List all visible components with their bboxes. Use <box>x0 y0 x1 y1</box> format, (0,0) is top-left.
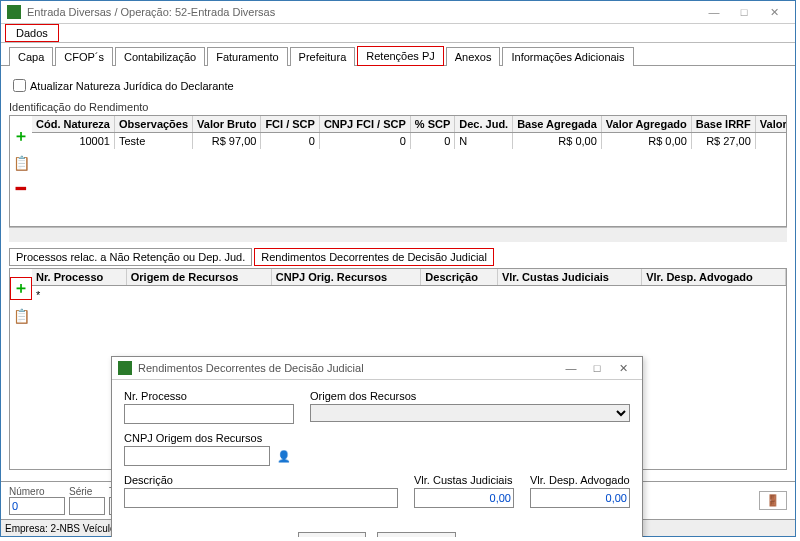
dialog-cancelar-label: Cancelar <box>401 536 445 538</box>
dialog-titlebar: Rendimentos Decorrentes de Decisão Judic… <box>112 357 642 380</box>
tab-prefeitura[interactable]: Prefeitura <box>290 47 356 66</box>
lbl-vlr-custas: Vlr. Custas Judiciais <box>414 474 514 486</box>
tab-contabilizacao[interactable]: Contabilização <box>115 47 205 66</box>
col-base-agregada[interactable]: Base Agregada <box>513 116 602 133</box>
col2-origem-recursos[interactable]: Origem de Recursos <box>126 269 271 286</box>
input-vlr-custas[interactable] <box>414 488 514 508</box>
dialog-maximize-button[interactable]: □ <box>584 362 610 374</box>
col2-vlr-desp-advogado[interactable]: Vlr. Desp. Advogado <box>642 269 786 286</box>
lbl-serie: Série <box>69 486 105 497</box>
dialog-close-button[interactable]: ✕ <box>610 362 636 375</box>
dialog-gravar-label: Gravar <box>322 536 356 538</box>
input-serie[interactable] <box>69 497 105 515</box>
cell-observacoes[interactable]: Teste <box>114 133 192 150</box>
grid1-table: Cód. Natureza Observações Valor Bruto FC… <box>32 116 786 149</box>
col2-nr-processo[interactable]: Nr. Processo <box>32 269 126 286</box>
input-vlr-desp-advogado[interactable] <box>530 488 630 508</box>
grid1-row[interactable]: 10001 Teste R$ 97,00 0 0 0 N R$ 0,00 R$ … <box>32 133 786 150</box>
grid1-add-button[interactable]: ＋ <box>13 126 29 147</box>
col-valor-bruto[interactable]: Valor Bruto <box>193 116 261 133</box>
select-origem-recursos[interactable] <box>310 404 630 422</box>
col-cnpj-fci-scp[interactable]: CNPJ FCI / SCP <box>319 116 410 133</box>
grid1-copy-button[interactable]: 📋 <box>13 155 30 171</box>
grid1-header-row: Cód. Natureza Observações Valor Bruto FC… <box>32 116 786 133</box>
lbl-origem-recursos: Origem dos Recursos <box>310 390 630 402</box>
cell-pct-scp[interactable]: 0 <box>410 133 454 150</box>
menu-dados[interactable]: Dados <box>5 24 59 42</box>
dialog-body: Nr. Processo Origem dos Recursos CNPJ Or… <box>112 380 642 526</box>
grid2-add-button[interactable]: ＋ <box>10 277 32 300</box>
input-descricao[interactable] <box>124 488 398 508</box>
tab-capa[interactable]: Capa <box>9 47 53 66</box>
close-button[interactable]: ✕ <box>759 6 789 19</box>
main-window: Entrada Diversas / Operação: 52-Entrada … <box>0 0 796 537</box>
dialog-cancelar-button[interactable]: ✖Cancelar <box>377 532 456 537</box>
client-area: Atualizar Natureza Jurídica do Declarant… <box>1 66 795 481</box>
grid2-side-buttons: ＋ 📋 <box>10 269 32 469</box>
subtab-strip: Processos relac. a Não Retenção ou Dep. … <box>9 248 787 266</box>
checkbox-row: Atualizar Natureza Jurídica do Declarant… <box>9 76 787 95</box>
check-icon: ✔ <box>309 535 318 537</box>
dialog-buttons: ✔Gravar ✖Cancelar <box>112 526 642 537</box>
tab-faturamento[interactable]: Faturamento <box>207 47 287 66</box>
lbl-nr-processo: Nr. Processo <box>124 390 294 402</box>
cell-base-agregada[interactable]: R$ 0,00 <box>513 133 602 150</box>
tab-cfops[interactable]: CFOP´s <box>55 47 113 66</box>
subtab-rendimentos-judicial[interactable]: Rendimentos Decorrentes de Decisão Judic… <box>254 248 494 266</box>
col-pct-scp[interactable]: % SCP <box>410 116 454 133</box>
col-fci-scp[interactable]: FCI / SCP <box>261 116 320 133</box>
col-cod-natureza[interactable]: Cód. Natureza <box>32 116 114 133</box>
minimize-button[interactable]: — <box>699 6 729 18</box>
lbl-cnpj-origem: CNPJ Origem dos Recursos <box>124 432 294 444</box>
input-nr-processo[interactable] <box>124 404 294 424</box>
col-dec-jud[interactable]: Dec. Jud. <box>455 116 513 133</box>
col2-cnpj-orig-recursos[interactable]: CNPJ Orig. Recursos <box>271 269 421 286</box>
cell-valor-bruto[interactable]: R$ 97,00 <box>193 133 261 150</box>
grid-identificacao-rendimento: ＋ 📋 ━ Cód. Natureza Observações Valor Br… <box>9 115 787 227</box>
chk-atualizar-natureza[interactable] <box>13 79 26 92</box>
tab-retencoes-pj[interactable]: Retenções PJ <box>357 46 443 66</box>
lbl-vlr-desp-advogado: Vlr. Desp. Advogado <box>530 474 630 486</box>
menubar: Dados <box>1 24 795 43</box>
lookup-cnpj-icon[interactable]: 👤 <box>274 446 294 466</box>
lbl-numero: Número <box>9 486 65 497</box>
grid1-hscroll[interactable] <box>9 227 787 242</box>
grid2-table: Nr. Processo Origem de Recursos CNPJ Ori… <box>32 269 786 304</box>
dialog-rendimentos-judicial: Rendimentos Decorrentes de Decisão Judic… <box>111 356 643 537</box>
cell-valor-irrf[interactable]: R$ . <box>755 133 786 150</box>
input-cnpj-origem[interactable] <box>124 446 270 466</box>
grid2-empty-row[interactable]: * <box>32 286 786 305</box>
col-valor-irrf[interactable]: Valor IRRF <box>755 116 786 133</box>
tab-informacoes-adicionais[interactable]: Informações Adicionais <box>502 47 633 66</box>
cell-dec-jud[interactable]: N <box>455 133 513 150</box>
titlebar: Entrada Diversas / Operação: 52-Entrada … <box>1 1 795 24</box>
tab-anexos[interactable]: Anexos <box>446 47 501 66</box>
col2-descricao[interactable]: Descrição <box>421 269 498 286</box>
cell-base-irrf[interactable]: R$ 27,00 <box>691 133 755 150</box>
x-icon: ✖ <box>388 535 397 537</box>
dialog-app-icon <box>118 361 132 375</box>
col-valor-agregado[interactable]: Valor Agregado <box>601 116 691 133</box>
cell-cnpj-fci-scp[interactable]: 0 <box>319 133 410 150</box>
subtab-processos[interactable]: Processos relac. a Não Retenção ou Dep. … <box>9 248 252 266</box>
exit-icon[interactable]: 🚪 <box>759 491 787 510</box>
lbl-descricao: Descrição <box>124 474 398 486</box>
col-base-irrf[interactable]: Base IRRF <box>691 116 755 133</box>
app-icon <box>7 5 21 19</box>
grid1-remove-button[interactable]: ━ <box>16 179 26 198</box>
input-numero[interactable] <box>9 497 65 515</box>
maximize-button[interactable]: □ <box>729 6 759 18</box>
dialog-minimize-button[interactable]: — <box>558 362 584 374</box>
col-observacoes[interactable]: Observações <box>114 116 192 133</box>
grid2-header-row: Nr. Processo Origem de Recursos CNPJ Ori… <box>32 269 786 286</box>
cell-valor-agregado[interactable]: R$ 0,00 <box>601 133 691 150</box>
grid1-scroll[interactable]: Cód. Natureza Observações Valor Bruto FC… <box>32 116 786 226</box>
cell-cod-natureza[interactable]: 10001 <box>32 133 114 150</box>
window-title: Entrada Diversas / Operação: 52-Entrada … <box>27 6 699 18</box>
cell-fci-scp[interactable]: 0 <box>261 133 320 150</box>
dialog-gravar-button[interactable]: ✔Gravar <box>298 532 367 537</box>
col2-vlr-custas[interactable]: Vlr. Custas Judiciais <box>497 269 641 286</box>
chk-atualizar-label: Atualizar Natureza Jurídica do Declarant… <box>30 80 234 92</box>
tab-strip: Capa CFOP´s Contabilização Faturamento P… <box>1 43 795 66</box>
grid2-copy-button[interactable]: 📋 <box>13 308 30 324</box>
